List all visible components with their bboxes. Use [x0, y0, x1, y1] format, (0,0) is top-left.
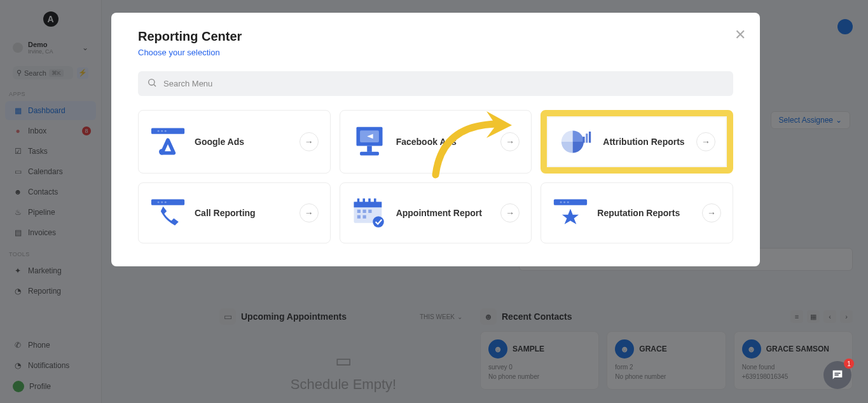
svg-point-17 — [165, 202, 167, 203]
svg-rect-26 — [368, 210, 371, 213]
close-button[interactable]: ✕ — [734, 27, 746, 43]
chat-widget-button[interactable]: 1 — [823, 361, 851, 389]
svg-rect-22 — [368, 198, 371, 204]
call-reporting-icon — [150, 199, 186, 227]
svg-rect-12 — [586, 133, 588, 142]
search-icon — [147, 78, 157, 90]
report-card-attribution-reports[interactable]: Attribution Reports → — [541, 110, 733, 174]
svg-rect-28 — [362, 215, 366, 219]
svg-line-1 — [154, 85, 156, 86]
report-card-google-ads[interactable]: Google Ads → — [138, 110, 331, 174]
attribution-reports-icon — [558, 128, 594, 156]
svg-point-29 — [373, 216, 384, 228]
svg-rect-23 — [374, 198, 376, 204]
report-card-label: Appointment Report — [396, 208, 492, 218]
chat-badge: 1 — [844, 359, 854, 369]
google-ads-icon — [150, 128, 186, 156]
svg-point-31 — [560, 202, 562, 203]
svg-rect-25 — [362, 210, 366, 213]
arrow-right-icon: → — [696, 132, 715, 151]
svg-rect-27 — [357, 215, 360, 219]
arrow-right-icon: → — [500, 203, 520, 222]
svg-rect-13 — [589, 132, 591, 143]
report-card-facebook-ads[interactable]: Facebook Ads → — [340, 110, 532, 174]
arrow-right-icon: → — [500, 132, 520, 151]
report-card-appointment-report[interactable]: Appointment Report → — [340, 182, 532, 243]
svg-rect-30 — [554, 200, 587, 205]
reporting-center-modal: Reporting Center Choose your selection ✕… — [111, 13, 760, 266]
svg-point-4 — [161, 130, 163, 132]
svg-point-6 — [159, 149, 165, 154]
svg-rect-10 — [360, 152, 379, 156]
report-card-label: Attribution Reports — [603, 137, 687, 147]
svg-point-32 — [564, 202, 566, 203]
svg-point-15 — [158, 202, 160, 203]
svg-rect-9 — [367, 146, 371, 152]
svg-point-3 — [158, 130, 160, 132]
svg-rect-35 — [834, 374, 838, 376]
modal-title: Reporting Center — [138, 29, 733, 44]
report-cards-grid: Google Ads → Facebook Ads → — [138, 110, 733, 243]
report-card-label: Reputation Reports — [597, 208, 693, 218]
svg-rect-2 — [151, 128, 184, 134]
svg-rect-20 — [357, 198, 359, 204]
search-placeholder: Search Menu — [163, 79, 212, 88]
reputation-reports-icon — [553, 199, 588, 227]
arrow-right-icon: → — [300, 132, 319, 151]
report-card-label: Google Ads — [195, 137, 291, 147]
svg-rect-11 — [583, 137, 585, 143]
report-card-label: Facebook Ads — [396, 137, 492, 147]
svg-point-5 — [165, 130, 167, 132]
svg-rect-24 — [357, 210, 360, 213]
report-card-reputation-reports[interactable]: Reputation Reports → — [541, 182, 733, 243]
svg-point-16 — [161, 202, 163, 203]
report-card-call-reporting[interactable]: Call Reporting → — [138, 182, 331, 243]
modal-search-input[interactable]: Search Menu — [138, 71, 733, 96]
facebook-ads-icon — [352, 128, 387, 156]
svg-rect-21 — [362, 198, 365, 204]
svg-rect-14 — [151, 200, 184, 205]
report-card-label: Call Reporting — [195, 208, 291, 218]
appointment-report-icon — [352, 199, 387, 227]
svg-point-0 — [149, 79, 155, 85]
svg-rect-34 — [834, 372, 840, 374]
arrow-right-icon: → — [300, 203, 319, 222]
svg-point-33 — [567, 202, 569, 203]
modal-subtitle-link[interactable]: Choose your selection — [138, 48, 733, 57]
arrow-right-icon: → — [702, 203, 721, 222]
chat-icon — [830, 368, 844, 382]
